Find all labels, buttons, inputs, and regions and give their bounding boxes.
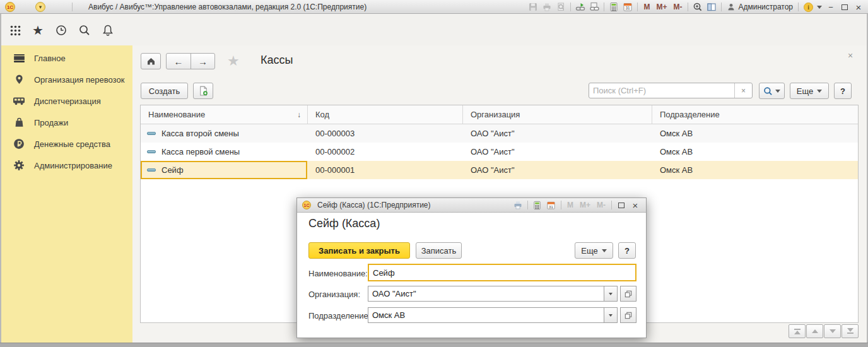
table-row[interactable]: Касса первой смены 00-000002 ОАО "Аист" … [141, 143, 858, 161]
divider [570, 3, 571, 11]
sidebar-item-main[interactable]: Главное [1, 47, 132, 69]
table-row-selected[interactable]: Сейф 00-000001 ОАО "Аист" Омск АВ [141, 161, 858, 179]
current-user[interactable]: Администратор [724, 3, 795, 11]
memory-add-button[interactable]: M+ [653, 1, 670, 13]
go-prev-button[interactable] [806, 324, 823, 338]
dropdown-caret-icon [609, 293, 613, 295]
sidebar-item-label: Диспетчеризация [34, 97, 101, 106]
save-icon[interactable] [526, 1, 540, 13]
favorites-star-icon[interactable]: ★ [30, 23, 45, 38]
go-next-button[interactable] [824, 324, 841, 338]
search-button[interactable] [759, 83, 785, 99]
sidebar-item-transport-org[interactable]: Организация перевозок [1, 69, 132, 90]
divider [637, 3, 638, 11]
sidebar-item-dispatching[interactable]: Диспетчеризация [1, 90, 132, 112]
home-button[interactable] [141, 53, 161, 69]
sidebar-item-label: Администрирование [34, 161, 112, 170]
dropdown-caret-icon [817, 90, 822, 93]
back-button[interactable]: ← [167, 53, 191, 69]
print-icon[interactable] [511, 199, 525, 211]
location-pin-icon [13, 73, 25, 86]
column-header-code[interactable]: Код [308, 105, 463, 124]
dept-dropdown-button[interactable] [604, 307, 618, 323]
cell-code: 00-000003 [308, 124, 463, 143]
divider [527, 201, 528, 209]
go-to-link-icon[interactable] [587, 1, 601, 13]
go-last-button[interactable] [842, 324, 859, 338]
dialog-maximize-button[interactable] [614, 199, 628, 211]
home-icon [146, 56, 156, 66]
user-name: Администратор [738, 3, 793, 11]
save-button[interactable]: Записать [416, 242, 462, 259]
dialog-help-button[interactable]: ? [618, 242, 636, 259]
memory-recall-button[interactable]: M [640, 1, 653, 13]
org-field[interactable] [368, 286, 604, 302]
cell-name: Касса второй смены [141, 124, 308, 143]
split-view-icon[interactable] [705, 1, 718, 13]
info-icon[interactable]: i [801, 1, 815, 13]
window-edge [0, 343, 868, 347]
cell-name: Сейф [141, 161, 308, 179]
minimize-button[interactable]: − [824, 1, 838, 13]
calculator-icon[interactable] [607, 1, 621, 13]
column-header-org[interactable]: Организация [463, 105, 652, 124]
name-field[interactable] [368, 264, 636, 281]
sidebar-item-label: Денежные средства [34, 139, 110, 149]
divider [72, 3, 73, 11]
sidebar-item-sales[interactable]: Продажи [1, 112, 132, 133]
table-row[interactable]: Касса второй смены 00-000003 ОАО "Аист" … [141, 124, 858, 143]
1c-logo-icon: 1С [302, 201, 311, 209]
create-button[interactable]: Создать [141, 83, 188, 99]
dropdown-caret-icon [602, 249, 607, 252]
1c-logo-icon: 1С [5, 2, 15, 12]
calculator-icon[interactable] [531, 199, 544, 211]
divider [798, 3, 799, 11]
sidebar-item-cash[interactable]: Денежные средства [1, 133, 132, 155]
memory-subtract-button[interactable]: M- [670, 1, 685, 13]
search-box: × [589, 83, 753, 98]
save-and-close-button[interactable]: Записать и закрыть [308, 242, 410, 259]
history-icon[interactable] [54, 23, 69, 38]
page-close-icon[interactable]: × [848, 50, 853, 61]
dialog-button-row: Записать и закрыть Записать Еще ? [308, 242, 636, 259]
search-clear-icon[interactable]: × [734, 83, 752, 98]
create-group-button[interactable] [193, 83, 213, 99]
column-header-dept[interactable]: Подразделение [652, 105, 858, 124]
gear-icon [13, 159, 25, 172]
dialog-close-button[interactable]: × [628, 199, 642, 211]
go-first-button[interactable] [789, 324, 806, 338]
svg-text:31: 31 [626, 6, 631, 10]
org-dropdown-button[interactable] [604, 286, 618, 302]
all-functions-grid-icon[interactable] [8, 23, 23, 38]
divider [721, 3, 722, 11]
org-open-button[interactable] [620, 286, 636, 302]
notifications-bell-icon[interactable] [100, 23, 115, 38]
bus-icon [13, 95, 25, 107]
page-title: Кассы [261, 54, 293, 67]
column-header-name[interactable]: Наименование ↓ [141, 105, 308, 124]
dialog-more-button[interactable]: Еще [575, 242, 613, 259]
field-label-dept: Подразделение: [308, 311, 370, 321]
cell-dept: Омск АВ [652, 124, 858, 143]
column-label: Наименование [148, 110, 205, 119]
print-icon[interactable] [540, 1, 554, 13]
search-icon[interactable] [77, 23, 92, 38]
info-dropdown-icon[interactable] [815, 1, 824, 13]
dept-field[interactable] [368, 307, 604, 323]
maximize-button[interactable] [838, 1, 852, 13]
help-button[interactable]: ? [834, 83, 852, 99]
zoom-icon[interactable] [691, 1, 705, 13]
calendar-icon[interactable]: 31 [544, 199, 558, 211]
dept-open-button[interactable] [620, 307, 636, 323]
close-button[interactable]: × [852, 1, 865, 13]
add-favorite-star-icon[interactable]: ★ [227, 53, 240, 69]
print-preview-icon[interactable] [554, 1, 568, 13]
forward-button[interactable]: → [191, 53, 214, 69]
more-button[interactable]: Еще [790, 83, 829, 99]
search-input[interactable] [589, 83, 734, 98]
main-menu-dropdown-icon[interactable]: ▾ [35, 2, 45, 12]
sidebar-item-administration[interactable]: Администрирование [1, 155, 132, 176]
calendar-icon[interactable]: 31 [621, 1, 635, 13]
cell-org: ОАО "Аист" [463, 143, 652, 161]
get-link-icon[interactable] [573, 1, 587, 13]
